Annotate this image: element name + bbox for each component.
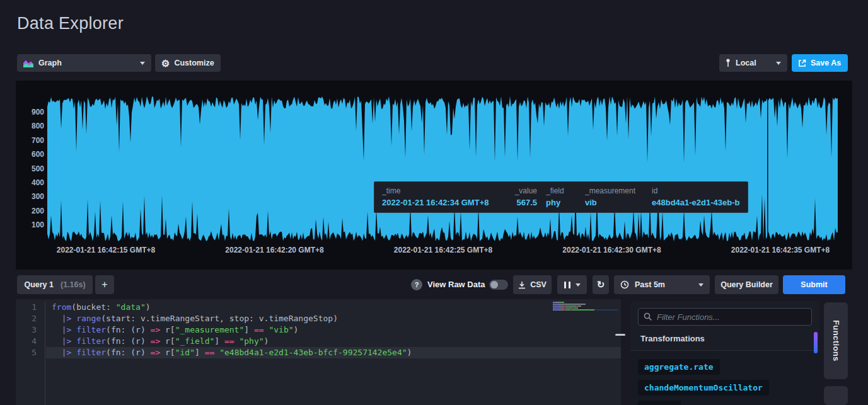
editor-minimap[interactable] [553,302,618,311]
customize-button[interactable]: ⚙ Customize [155,54,221,72]
y-tick-label: 600 [16,149,44,159]
code-token: (fn: (r) [106,336,150,346]
add-query-button[interactable]: + [95,275,114,294]
filter-functions-search[interactable] [638,308,812,326]
gear-icon: ⚙ [161,59,170,68]
code-token [214,348,219,357]
panel-resize-handle[interactable] [615,334,625,336]
code-line: |> range(start: v.timeRangeStart, stop: … [52,313,412,324]
refresh-icon: ↻ [597,279,605,290]
search-icon [644,312,652,321]
code-line: |> filter(fn: (r) => r["_field"] == "phy… [52,336,412,347]
refresh-button[interactable]: ↻ [593,275,609,294]
y-tick-label: 700 [16,135,44,145]
tooltip-header: _value [515,186,537,195]
page-title: Data Explorer [17,14,124,33]
x-tick-label: 2022-01-21 16:42:25 GMT+8 [394,246,492,254]
y-tick-label: 900 [16,107,44,117]
data-explorer-page: Data Explorer Graph ⚙ Customize Local [0,0,868,405]
minimap-token [581,305,581,307]
code-lines: from(bucket: "data") |> range(start: v.t… [52,302,412,358]
code-token: (fn: (r) [106,325,150,334]
pause-icon [569,282,570,288]
hover-tooltip: _time2022-01-21 16:42:34 GMT+8_value567.… [374,181,748,213]
side-tab-functions[interactable]: Functions [824,302,848,379]
scrollbar-thumb[interactable] [814,332,818,353]
time-range-dropdown[interactable]: Past 5m [614,275,710,294]
minimap-token [554,309,559,311]
y-tick-label: 400 [16,178,44,188]
minimap-line [553,305,618,307]
code-token: |> range [62,314,101,323]
csv-download-button[interactable]: CSV [513,275,552,294]
time-range-label: Past 5m [635,280,665,289]
clock-icon [620,280,629,289]
local-dropdown[interactable]: Local [719,54,787,72]
code-token: ] [244,325,254,334]
functions-panel: Transformations aggregate.ratechandeMome… [630,301,819,405]
minimap-token [564,302,564,303]
download-icon [518,281,526,289]
save-as-button[interactable]: Save As [792,54,848,72]
area-chart-icon [23,59,33,67]
function-item-clipped[interactable] [638,401,681,405]
save-as-label: Save As [811,59,841,67]
side-tab-clipped[interactable] [824,386,848,405]
help-icon[interactable]: ? [411,279,422,290]
code-token: r[ [160,336,175,346]
x-tick-label: 2022-01-21 16:42:15 GMT+8 [57,246,155,254]
query-tab[interactable]: Query 1 (1.16s) [17,275,93,294]
code-line: from(bucket: "data") [52,302,412,313]
flux-script-editor[interactable]: 12345 from(bucket: "data") |> range(star… [16,299,621,405]
minimap-token [554,305,559,307]
query-builder-button[interactable]: Query Builder [715,275,778,294]
function-item[interactable]: chandeMomentumOscillator [638,380,769,396]
line-number-gutter: 12345 [16,302,45,405]
search-input[interactable] [657,312,806,322]
code-token: ] [195,348,205,357]
submit-button[interactable]: Submit [783,275,845,294]
tooltip-column: _time2022-01-21 16:42:34 GMT+8 [382,186,498,212]
minimap-token [577,307,578,309]
submit-label: Submit [801,280,827,289]
code-token: "phy" [239,336,263,346]
minimap-token [559,307,564,309]
code-line: |> filter(fn: (r) => r["id"] == "e48bd4a… [52,347,412,358]
minimap-token [554,304,558,305]
line-number: 4 [16,336,45,347]
code-token: (fn: (r) [106,348,150,357]
chevron-down-icon [576,283,581,287]
code-token [52,348,62,357]
code-token: == [254,325,264,334]
timeseries-plot[interactable] [47,94,838,242]
minimap-token [594,309,594,311]
line-number: 2 [16,313,45,324]
minimap-token [558,304,586,305]
code-token: "data" [116,302,146,312]
minimap-token [572,309,594,311]
tooltip-header: _field [546,186,577,195]
view-type-dropdown[interactable]: Graph [17,54,151,72]
code-token [52,314,62,323]
code-token: == [205,348,215,357]
function-item[interactable]: aggregate.rate [638,359,720,375]
code-token: "vib" [269,325,293,334]
code-token: => [151,348,161,357]
query-tab-label: Query 1 [24,280,54,289]
minimap-token [554,307,559,309]
pin-icon [726,59,731,67]
toggle-knob [490,281,498,288]
view-raw-data-toggle[interactable] [489,280,508,290]
code-token: ] [214,336,224,346]
code-token: (bucket: [71,302,115,312]
x-tick-label: 2022-01-21 16:42:20 GMT+8 [225,246,323,254]
code-token: "e48bd4a1-e2d1-43eb-bfcf-99257142e5e4" [219,348,407,357]
tooltip-column: _measurementvib [585,186,652,212]
chevron-down-icon [776,62,781,65]
code-token: => [151,336,161,346]
pause-icon [564,282,566,288]
y-tick-label: 500 [16,164,44,174]
minimap-line [553,309,618,311]
pause-button[interactable] [557,275,587,294]
code-token: |> filter [62,348,106,357]
